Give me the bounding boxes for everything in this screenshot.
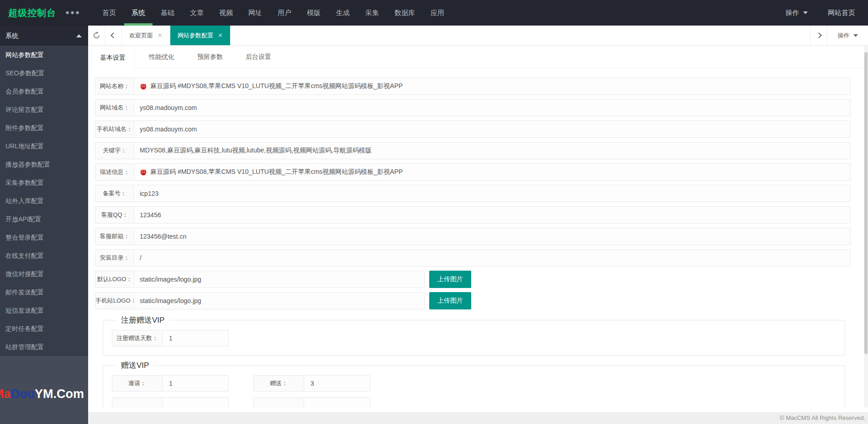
sidebar-menu: 网站参数配置SEO参数配置会员参数配置评论留言配置附件参数配置URL地址配置播放… (0, 46, 88, 356)
partial-field-2-input[interactable] (304, 398, 370, 408)
mobile-domain-input[interactable]: ys08.madouym.com (134, 121, 850, 137)
fieldset-legend: 注册赠送VIP (116, 315, 169, 325)
form-row: 客服邮箱：123456@test.cn (95, 228, 864, 245)
mobile-domain-value-text: ys08.madouym.com (140, 126, 197, 133)
sidebar-item-微信对接配置[interactable]: 微信对接配置 (0, 265, 88, 283)
page-tab-欢迎页面[interactable]: 欢迎页面✕ (122, 26, 170, 45)
mobile-logo-upload-button[interactable]: 上传图片 (429, 292, 471, 309)
sidebar-item-站群管理配置[interactable]: 站群管理配置 (0, 338, 88, 356)
topnav-item-网址[interactable]: 网址 (248, 0, 262, 26)
tabbar-spacer (230, 26, 810, 45)
close-icon[interactable]: ✕ (218, 32, 223, 39)
gift-input[interactable]: 3 (304, 376, 370, 391)
description-input[interactable]: 麻豆源码 #MDYS08,苹果CMS V10_LUTU视频_二开苹果cms视频网… (134, 164, 850, 180)
watermark-part: Ma (0, 387, 11, 401)
vertical-scrollbar-track[interactable] (864, 46, 868, 408)
topbar-action-label: 操作 (785, 9, 799, 17)
sidebar-item-URL地址配置[interactable]: URL地址配置 (0, 137, 88, 155)
partial-field-2-label (254, 398, 304, 408)
sidebar-item-网站参数配置[interactable]: 网站参数配置 (0, 46, 88, 64)
form-row: 安装目录：/ (95, 249, 864, 267)
sidebar-item-站外入库配置[interactable]: 站外入库配置 (0, 192, 88, 210)
sidebar-item-在线支付配置[interactable]: 在线支付配置 (0, 246, 88, 265)
topnav-item-视频[interactable]: 视频 (219, 0, 233, 26)
icp-number-input[interactable]: icp123 (134, 185, 850, 202)
topnav-item-系统[interactable]: 系统 (132, 0, 145, 26)
topnav-item-模版[interactable]: 模版 (307, 0, 321, 26)
tab-预留参数[interactable]: 预留参数 (189, 46, 231, 68)
topnav-item-用户[interactable]: 用户 (278, 0, 291, 26)
mobile-logo-row: 手机站LOGO：static/images/logo.jpg (95, 292, 425, 309)
sidebar-item-附件参数配置[interactable]: 附件参数配置 (0, 119, 88, 137)
sidebar-item-整合登录配置[interactable]: 整合登录配置 (0, 228, 88, 246)
default-logo-upload-button[interactable]: 上传图片 (429, 271, 471, 288)
more-dots-icon[interactable]: ●●● (65, 0, 80, 25)
default-logo-row: 默认LOGO：static/images/logo.jpg (95, 271, 425, 288)
service-qq-input[interactable]: 123456 (134, 207, 850, 223)
topnav-item-数据库[interactable]: 数据库 (395, 0, 415, 26)
sidebar-item-SEO参数配置[interactable]: SEO参数配置 (0, 64, 88, 82)
default-logo-label: 默认LOGO： (95, 271, 134, 288)
partial-field-1-input[interactable] (163, 398, 228, 408)
topnav-item-采集[interactable]: 采集 (365, 0, 379, 26)
top-navigation: 首页系统基础文章视频网址用户模版生成采集数据库应用 (102, 0, 444, 26)
tabs-scroll-left-button[interactable] (105, 26, 122, 45)
fieldset-注册赠送VIP: 注册赠送VIP注册赠送天数：1 (103, 315, 845, 356)
icp-number-row: 备案号：icp123 (95, 185, 851, 202)
install-dir-input[interactable]: / (134, 250, 850, 266)
install-dir-row: 安装目录：/ (95, 249, 851, 267)
site-name-input[interactable]: 麻豆源码 #MDYS08,苹果CMS V10_LUTU视频_二开苹果cms视频网… (134, 78, 850, 94)
description-label: 描述信息： (95, 164, 134, 180)
topnav-item-生成[interactable]: 生成 (336, 0, 350, 26)
description-value-text: 麻豆源码 #MDYS08,苹果CMS V10_LUTU视频_二开苹果cms视频网… (150, 168, 403, 176)
service-qq-row: 客服QQ：123456 (95, 206, 851, 224)
service-email-input[interactable]: 123456@test.cn (134, 228, 850, 245)
sidebar-item-采集参数配置[interactable]: 采集参数配置 (0, 173, 88, 192)
tab-性能优化[interactable]: 性能优化 (141, 46, 183, 68)
install-dir-label: 安装目录： (95, 250, 134, 266)
mobile-logo-value-text: static/images/logo.jpg (140, 297, 201, 304)
topnav-item-文章[interactable]: 文章 (190, 0, 204, 26)
sidebar-item-评论留言配置[interactable]: 评论留言配置 (0, 100, 88, 119)
form-row: 网站域名：ys08.madouym.com (95, 99, 864, 116)
fieldset-赠送VIP: 赠送VIP邀请：1赠送：3 (103, 360, 845, 408)
site-domain-input[interactable]: ys08.madouym.com (134, 99, 850, 116)
vertical-scrollbar-thumb[interactable] (864, 52, 868, 354)
default-logo-value-text: static/images/logo.jpg (140, 276, 201, 283)
topbar-action-dropdown[interactable]: 操作 (785, 9, 808, 17)
mobile-logo-input[interactable]: static/images/logo.jpg (134, 293, 424, 309)
keywords-row: 关键字：MDYS08,麻豆源码,麻豆科技,lutu视频,lutube,视频源码,… (95, 142, 851, 159)
chevron-down-icon (853, 34, 858, 37)
page-tab-label: 欢迎页面 (129, 31, 153, 40)
sidebar-item-开放API配置[interactable]: 开放API配置 (0, 210, 88, 228)
tabs-scroll-right-button[interactable] (810, 26, 827, 45)
form-row: 网站名称： 麻豆源码 #MDYS08,苹果CMS V10_LUTU视频_二开苹果… (95, 78, 864, 95)
chevron-right-icon (816, 32, 822, 38)
sidebar-item-短信发送配置[interactable]: 短信发送配置 (0, 301, 88, 319)
invite-input[interactable]: 1 (163, 376, 228, 391)
topnav-item-应用[interactable]: 应用 (431, 0, 444, 26)
footer: © MacCMS All Rights Reserved. (88, 412, 868, 424)
sidebar-item-播放器参数配置[interactable]: 播放器参数配置 (0, 155, 88, 173)
tab-基本设置[interactable]: 基本设置 (91, 46, 134, 68)
partial-field-1-box (112, 397, 229, 408)
sidebar-item-邮件发送配置[interactable]: 邮件发送配置 (0, 283, 88, 301)
tab-后台设置[interactable]: 后台设置 (237, 46, 279, 68)
form-row: 描述信息： 麻豆源码 #MDYS08,苹果CMS V10_LUTU视频_二开苹果… (95, 163, 864, 181)
sidebar-group-header[interactable]: 系统 (0, 26, 88, 46)
sidebar-item-定时任务配置[interactable]: 定时任务配置 (0, 319, 88, 338)
partial-field-2-box (253, 397, 370, 408)
tab-action-dropdown[interactable]: 操作 (827, 26, 868, 45)
topnav-item-首页[interactable]: 首页 (102, 0, 116, 26)
reg-gift-days-input[interactable]: 1 (163, 330, 228, 346)
topbar: 超级控制台 ●●● 首页系统基础文章视频网址用户模版生成采集数据库应用 操作 网… (0, 0, 868, 26)
refresh-button[interactable] (88, 26, 105, 45)
sidebar-item-会员参数配置[interactable]: 会员参数配置 (0, 82, 88, 100)
page-tab-网站参数配置[interactable]: 网站参数配置✕ (170, 26, 230, 45)
keywords-input[interactable]: MDYS08,麻豆源码,麻豆科技,lutu视频,lutube,视频源码,视频网站… (134, 142, 850, 159)
form-row: 关键字：MDYS08,麻豆源码,麻豆科技,lutu视频,lutube,视频源码,… (95, 142, 864, 159)
close-icon[interactable]: ✕ (158, 32, 163, 39)
topnav-item-基础[interactable]: 基础 (161, 0, 174, 26)
default-logo-input[interactable]: static/images/logo.jpg (134, 271, 424, 288)
site-home-link[interactable]: 网站首页 (828, 9, 855, 17)
